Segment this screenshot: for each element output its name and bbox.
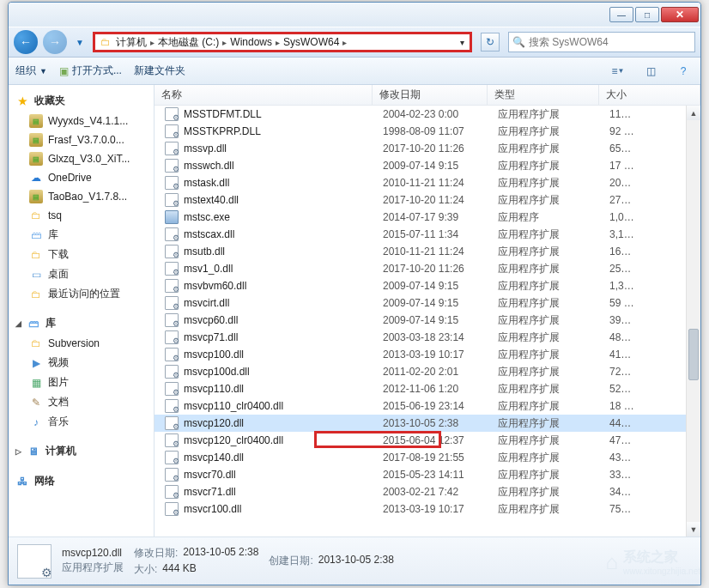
file-type: 应用程序扩展 <box>491 176 603 191</box>
nav-item[interactable]: 🗀Subversion <box>9 334 154 353</box>
nav-item[interactable]: 🗀最近访问的位置 <box>9 284 154 304</box>
address-dropdown[interactable]: ▾ <box>454 38 470 47</box>
nav-item-label: Glxzq_V3.0_XiT... <box>48 153 130 165</box>
file-row[interactable]: msvcp110_clr0400.dll2015-06-19 23:14应用程序… <box>155 397 686 415</box>
file-name: msvcp60.dll <box>184 314 238 326</box>
dll-file-icon <box>165 313 179 327</box>
nav-item[interactable]: 🗀tsq <box>9 206 154 225</box>
nav-item[interactable]: 🗃库 <box>9 225 154 245</box>
created-label: 创建日期: <box>269 554 312 568</box>
scroll-down-arrow[interactable]: ▼ <box>687 522 700 536</box>
file-type: 应用程序扩展 <box>491 107 603 122</box>
expand-icon[interactable]: ▷ <box>15 447 21 456</box>
crumb-windows[interactable]: Windows <box>230 36 272 48</box>
file-row[interactable]: msvcp71.dll2003-03-18 23:14应用程序扩展488 KB <box>155 329 686 346</box>
file-date: 2017-10-20 11:24 <box>376 194 491 206</box>
file-row[interactable]: msvcp100.dll2013-03-19 10:17应用程序扩展412 KB <box>155 346 686 363</box>
crumb-syswow64[interactable]: SysWOW64 <box>283 36 339 48</box>
file-row[interactable]: msvcr70.dll2015-05-23 14:11应用程序扩展336 KB <box>155 466 686 483</box>
file-row[interactable]: MSSTDFMT.DLL2004-02-23 0:00应用程序扩展117 KB <box>155 106 686 123</box>
breadcrumb[interactable]: 🗀 计算机▸ 本地磁盘 (C:)▸ Windows▸ SysWOW64▸ <box>95 35 454 50</box>
minimize-button[interactable]: — <box>609 7 633 22</box>
scroll-up-arrow[interactable]: ▲ <box>687 106 700 120</box>
nav-item[interactable]: ▦图片 <box>9 373 154 392</box>
address-bar[interactable]: 🗀 计算机▸ 本地磁盘 (C:)▸ Windows▸ SysWOW64▸ ▾ <box>93 32 472 52</box>
file-row[interactable]: msswch.dll2009-07-14 9:15应用程序扩展17 KB <box>155 157 686 174</box>
nav-item[interactable]: ▤Glxzq_V3.0_XiT... <box>9 149 154 168</box>
chevron-right-icon[interactable]: ▸ <box>150 38 155 47</box>
nav-item[interactable]: ▤Wyyxds_V4.1.1... <box>9 112 154 130</box>
vertical-scrollbar[interactable]: ▲ ▼ <box>686 106 700 536</box>
crumb-drive[interactable]: 本地磁盘 (C:) <box>158 35 219 50</box>
file-row[interactable]: msv1_0.dll2017-10-20 11:26应用程序扩展255 KB <box>155 260 686 277</box>
file-row[interactable]: msvcp120.dll2013-10-05 2:38应用程序扩展445 KB <box>155 415 686 432</box>
refresh-button[interactable]: ↻ <box>481 33 500 52</box>
new-folder-button[interactable]: 新建文件夹 <box>134 64 185 78</box>
file-row[interactable]: msvbvm60.dll2009-07-14 9:15应用程序扩展1,354 K… <box>155 277 686 294</box>
back-button[interactable]: ← <box>14 30 38 54</box>
file-row[interactable]: msvcp100d.dll2011-02-20 2:01应用程序扩展727 KB <box>155 363 686 380</box>
history-dropdown[interactable]: ▼ <box>72 30 88 54</box>
file-size: 412 KB <box>603 349 686 361</box>
file-row[interactable]: msvcp140.dll2017-08-19 21:55应用程序扩展430 KB <box>155 449 686 466</box>
column-date[interactable]: 修改日期 <box>373 85 488 105</box>
dll-file-icon <box>165 142 179 155</box>
file-row[interactable]: msvcr71.dll2003-02-21 7:42应用程序扩展340 KB <box>155 483 686 500</box>
nav-item[interactable]: ▤Frasf_V3.7.0.0... <box>9 130 154 149</box>
file-row[interactable]: mstask.dll2010-11-21 11:24应用程序扩展205 KB <box>155 174 686 191</box>
file-row[interactable]: msvcr100.dll2013-03-19 10:17应用程序扩展756 KB <box>155 500 686 518</box>
file-row[interactable]: MSSTKPRP.DLL1998-08-09 11:07应用程序扩展92 KB <box>155 123 686 140</box>
file-row[interactable]: mstscax.dll2015-07-11 1:34应用程序扩展3,146 KB <box>155 226 686 243</box>
close-button[interactable]: ✕ <box>661 7 699 22</box>
dll-file-icon <box>165 365 179 379</box>
nav-item[interactable]: ▶视频 <box>9 353 154 373</box>
scroll-thumb[interactable] <box>688 329 699 380</box>
open-with-button[interactable]: ▣打开方式... <box>59 64 122 78</box>
file-row[interactable]: mssvp.dll2017-10-20 11:26应用程序扩展651 KB <box>155 140 686 157</box>
maximize-button[interactable]: □ <box>635 7 659 22</box>
organize-menu[interactable]: 组织▼ <box>15 64 47 78</box>
chevron-right-icon[interactable]: ▸ <box>342 38 347 47</box>
file-row[interactable]: msvcirt.dll2009-07-14 9:15应用程序扩展59 KB <box>155 294 686 312</box>
chevron-right-icon[interactable]: ▸ <box>276 38 280 47</box>
nav-item[interactable]: ▭桌面 <box>9 264 154 284</box>
nav-item[interactable]: ♪音乐 <box>9 412 154 432</box>
help-button[interactable]: ? <box>673 62 694 81</box>
network-heading[interactable]: 🖧网络 <box>9 470 154 492</box>
nav-item[interactable]: ☁OneDrive <box>9 168 154 187</box>
column-name[interactable]: 名称 <box>155 85 373 105</box>
modified-value: 2013-10-05 2:38 <box>183 546 258 561</box>
file-row[interactable]: msvcp110.dll2012-11-06 1:20应用程序扩展523 KB <box>155 380 686 397</box>
file-size: 474 KB <box>603 434 686 446</box>
file-row[interactable]: msutb.dll2010-11-21 11:24应用程序扩展164 KB <box>155 243 686 260</box>
expand-icon[interactable]: ◢ <box>15 319 21 328</box>
forward-button[interactable]: → <box>43 30 67 54</box>
dll-file-icon <box>165 348 179 361</box>
music-icon: ♪ <box>29 415 43 429</box>
favorites-heading[interactable]: ★收藏夹 <box>9 90 154 112</box>
view-options-button[interactable]: ≡ ▼ <box>608 62 628 81</box>
chevron-right-icon[interactable]: ▸ <box>222 38 227 47</box>
title-bar[interactable]: — □ ✕ <box>9 3 700 27</box>
file-type-icon <box>17 544 52 579</box>
computer-heading[interactable]: ▷🖥计算机 <box>9 440 154 462</box>
file-row[interactable]: msvcp120_clr0400.dll2015-06-04 12:37应用程序… <box>155 432 686 449</box>
file-list[interactable]: MSSTDFMT.DLL2004-02-23 0:00应用程序扩展117 KBM… <box>155 106 686 536</box>
column-size[interactable]: 大小 <box>599 85 700 105</box>
column-type[interactable]: 类型 <box>488 85 599 105</box>
search-input[interactable]: 🔍 搜索 SysWOW64 <box>508 32 695 52</box>
nav-item[interactable]: ✎文档 <box>9 392 154 412</box>
crumb-computer[interactable]: 计算机 <box>116 35 147 50</box>
file-row[interactable]: mstext40.dll2017-10-20 11:24应用程序扩展276 KB <box>155 191 686 209</box>
dll-file-icon <box>165 193 179 207</box>
file-row[interactable]: msvcp60.dll2009-07-14 9:15应用程序扩展397 KB <box>155 312 686 329</box>
file-date: 2014-07-17 9:39 <box>376 211 491 223</box>
libraries-heading[interactable]: ◢🗃库 <box>9 312 154 334</box>
file-date: 2013-10-05 2:38 <box>376 417 491 429</box>
file-name: msvcp140.dll <box>184 452 244 464</box>
preview-pane-button[interactable]: ◫ <box>640 62 661 81</box>
nav-item[interactable]: 🗀下载 <box>9 245 154 264</box>
file-row[interactable]: mstsc.exe2014-07-17 9:39应用程序1,027 KB <box>155 209 686 226</box>
dll-file-icon <box>165 502 179 516</box>
nav-item[interactable]: ▤TaoBao_V1.7.8... <box>9 187 154 206</box>
